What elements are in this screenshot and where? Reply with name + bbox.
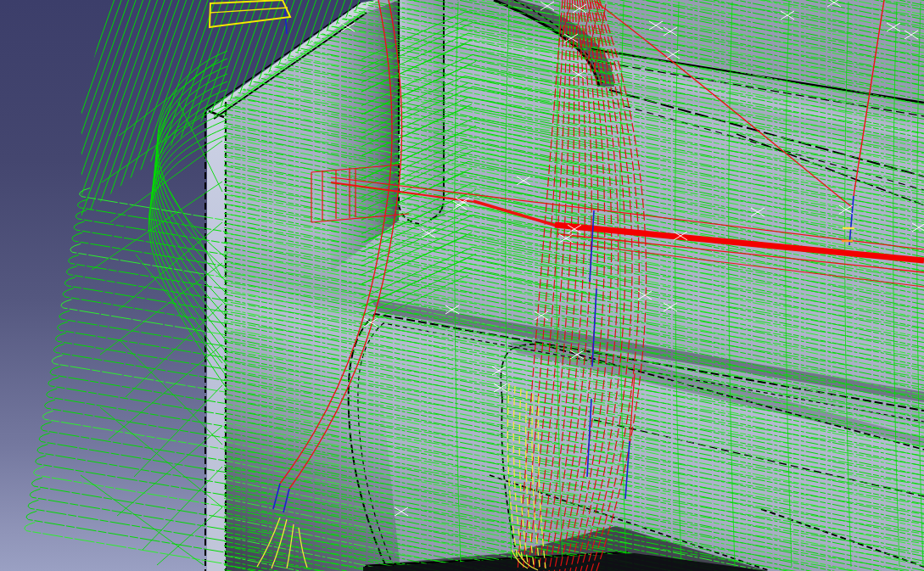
left-link-moves bbox=[81, 59, 222, 565]
toolpath-scene-svg bbox=[0, 0, 924, 571]
cad-3d-viewport[interactable] bbox=[0, 0, 924, 571]
